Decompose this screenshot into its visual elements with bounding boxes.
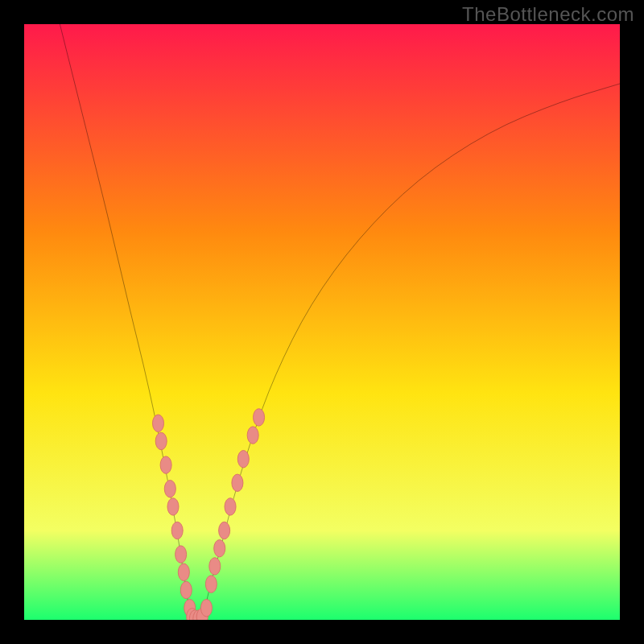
data-point [171, 522, 183, 539]
data-point [209, 558, 221, 575]
data-point [237, 450, 249, 467]
data-point [214, 539, 225, 556]
site-watermark: TheBottleneck.com [462, 3, 634, 26]
data-point [247, 427, 258, 444]
data-point [175, 546, 187, 563]
data-point [164, 480, 175, 497]
outer-frame: TheBottleneck.com [0, 0, 644, 644]
data-point [160, 456, 171, 473]
data-point [254, 409, 265, 426]
data-point [178, 564, 189, 580]
data-point [167, 498, 179, 515]
gradient-background [24, 24, 620, 620]
data-point [180, 581, 192, 598]
bottleneck-chart [24, 24, 620, 620]
data-point [205, 576, 217, 592]
data-point [200, 599, 212, 616]
data-point [155, 432, 167, 449]
data-point [225, 498, 236, 515]
data-point [232, 474, 243, 491]
data-point [219, 522, 230, 539]
data-point [152, 415, 163, 431]
